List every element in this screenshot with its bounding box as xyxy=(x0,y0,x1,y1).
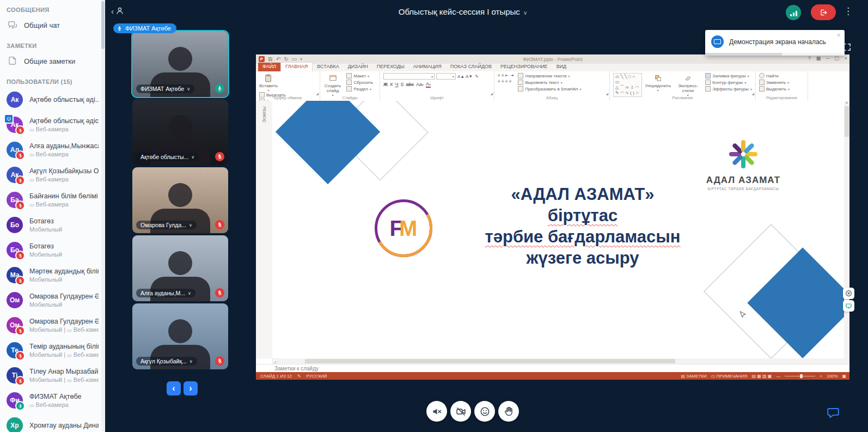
shape-fill-button[interactable]: Заливка фигуры▾ xyxy=(705,73,752,78)
dialog-launcher-icon[interactable]: ◢ xyxy=(316,92,319,95)
ppt-vertical-scrollbar[interactable]: ▲ xyxy=(844,101,849,358)
new-slide-button[interactable]: Создать слайд▾ xyxy=(323,73,342,97)
smartart-button[interactable]: Преобразовать в SmartArt▾ xyxy=(518,86,581,92)
dialog-launcher-icon[interactable]: ◢ xyxy=(490,92,493,95)
ppt-tab-2[interactable]: ВСТАВКА xyxy=(313,63,343,71)
connection-stats-button[interactable] xyxy=(786,5,801,20)
ppt-tab-7[interactable]: РЕЦЕНЗИРОВАНИЕ xyxy=(496,63,552,71)
quick-styles-button[interactable]: Экспресс-стили▾ xyxy=(676,73,700,97)
bold-button[interactable]: Ж xyxy=(383,82,388,87)
sidebar-scrollbar[interactable] xyxy=(101,0,105,431)
shadow-button[interactable]: S xyxy=(400,82,404,87)
user-list-item[interactable]: Ак Ақтөбе облыстық әдістем... ▭Веб-камер… xyxy=(0,112,105,137)
layout-button[interactable]: Макет▾ xyxy=(346,73,373,78)
arrange-button[interactable]: Упорядочить▾ xyxy=(645,73,670,92)
reactions-button[interactable] xyxy=(474,401,495,422)
view-buttons[interactable]: ▤ ▦ ▥ ▣ xyxy=(751,374,772,379)
zoom-in-button[interactable]: + xyxy=(820,374,822,379)
find-button[interactable]: Найти xyxy=(759,73,790,78)
select-button[interactable]: Выделить▾ xyxy=(759,86,790,92)
ppt-tab-5[interactable]: АНИМАЦИЯ xyxy=(409,63,446,71)
align-buttons[interactable]: ≡ ≡ ≡ ≡ xyxy=(498,79,514,84)
ppt-tab-4[interactable]: ПЕРЕХОДЫ xyxy=(372,63,409,71)
clear-format-icon[interactable]: ✎ xyxy=(475,74,479,79)
user-list-item[interactable]: Хр Хромтау ауданы Динара К. xyxy=(0,413,105,432)
font-name-combobox[interactable]: ▾ xyxy=(383,73,435,80)
user-list-item[interactable]: Ба Байғанин білім бөлімі Ам... ▭Веб-каме… xyxy=(0,187,105,212)
ppt-tab-0[interactable]: ФАЙЛ xyxy=(258,63,280,71)
tiles-prev-button[interactable]: ‹ xyxy=(167,381,181,396)
restore-button[interactable]: ▢ xyxy=(834,56,839,61)
align-text-button[interactable]: Выровнять текст▾ xyxy=(518,80,581,85)
font-size-combobox[interactable]: ▾ xyxy=(436,73,456,80)
kebab-menu-icon[interactable]: ⋮ xyxy=(843,5,853,17)
user-list-item[interactable]: Бо Ботагөз Мобильный xyxy=(0,212,105,238)
ppt-tab-8[interactable]: ВИД xyxy=(552,63,571,71)
speaker-mute-button[interactable] xyxy=(426,401,447,422)
text-direction-button[interactable]: Направление текста▾ xyxy=(518,73,581,78)
font-color-button[interactable]: A▾ xyxy=(426,81,431,88)
chat-launcher-button[interactable] xyxy=(824,404,841,421)
replace-button[interactable]: Заменить▾ xyxy=(759,80,790,85)
zoom-out-button[interactable]: — xyxy=(776,374,780,379)
change-case-button[interactable]: Aa▾ xyxy=(416,82,424,87)
underline-button[interactable]: Ч xyxy=(395,82,398,87)
user-list-item[interactable]: Фи ФИЗМАТ Ақтөбе ▭Веб-камера xyxy=(0,388,105,413)
raise-hand-button[interactable] xyxy=(498,401,519,422)
user-list-item[interactable]: Ті Тілеу Анар Мырзабайқызы Мобильный | ▭… xyxy=(0,363,105,388)
close-button[interactable]: × xyxy=(845,56,847,61)
ppt-tab-6[interactable]: ПОКАЗ СЛАЙДОВ xyxy=(446,63,496,71)
dialog-launcher-icon[interactable]: ◢ xyxy=(751,92,754,95)
overlay-webcam-button[interactable] xyxy=(843,300,854,312)
dialog-launcher-icon[interactable]: ◢ xyxy=(606,92,608,95)
reset-button[interactable]: Сбросить xyxy=(346,80,373,85)
overlay-close-button[interactable] xyxy=(843,288,854,299)
strikethrough-button[interactable]: abc xyxy=(406,82,414,87)
grow-shrink-font-buttons[interactable]: A▲ A▼ ✎ xyxy=(457,74,479,79)
ppt-notes-area[interactable]: Заметки к слайду xyxy=(256,364,849,372)
user-list-item[interactable]: Ал Алға ауданы,Мынжасаро... ▭Веб-камера xyxy=(0,137,105,162)
section-button[interactable]: Раздел▾ xyxy=(346,86,373,92)
slide-thumbnails-panel[interactable]: Эскизы xyxy=(256,101,273,358)
shapes-gallery[interactable]: ▭ ╲ ╲ □ ○ ▭△ ⌒ ⇨ ⇩ ◠✎ ◠ ∿ ( ) ☆ xyxy=(613,73,642,97)
list-buttons[interactable]: ≡ ≡ ⇤ ⇥ xyxy=(498,73,514,78)
ribbon-options-button[interactable]: ▦ xyxy=(816,56,821,61)
video-tile[interactable]: Ақгүл Қозыбайқ...∨ xyxy=(132,303,228,369)
shape-outline-button[interactable]: Контур фигуры▾ xyxy=(705,80,752,85)
paste-button[interactable]: Вставить▾ xyxy=(259,73,278,92)
comments-toggle[interactable]: ▭ ПРИМЕЧАНИЯ xyxy=(711,374,748,379)
italic-button[interactable]: К xyxy=(390,82,393,87)
toast-close-icon[interactable]: × xyxy=(836,31,841,39)
spellcheck-icon[interactable]: ✎ xyxy=(297,374,301,379)
user-list-item[interactable]: Те Темір ауданының білім бө... Мобильный… xyxy=(0,338,105,363)
tiles-next-button[interactable]: › xyxy=(184,381,198,396)
user-list-item[interactable]: Ом Омарова Гулдаурен Әйте... Мобильный |… xyxy=(0,313,105,338)
fit-slide-button[interactable]: ▣ xyxy=(842,374,846,379)
camera-toggle-button[interactable] xyxy=(450,401,471,422)
sidebar-item-general-chat[interactable]: Общий чат xyxy=(0,14,105,36)
sidebar-item-general-notes[interactable]: Общие заметки xyxy=(0,50,105,72)
user-list-item[interactable]: Ом Омарова Гулдаурен Әйте... Мобильный xyxy=(0,288,105,313)
help-button[interactable]: ? xyxy=(808,56,811,61)
user-list-item[interactable]: Мә Мәртөк аудандық білім бө... Мобильный xyxy=(0,263,105,288)
notes-toggle[interactable]: ▤ ЗАМЕТКИ xyxy=(681,374,707,379)
language-indicator[interactable]: РУССКИЙ xyxy=(307,374,327,379)
ppt-horizontal-scrollbar[interactable]: ◂ xyxy=(272,358,849,364)
video-tile[interactable]: Омарова Гулда...∨ xyxy=(132,167,228,233)
zoom-level[interactable]: 100% xyxy=(827,374,838,379)
video-tile[interactable]: ФИЗМАТ Ақтөбе∨ xyxy=(132,31,228,97)
shape-effects-button[interactable]: Эффекты фигуры▾ xyxy=(705,86,752,92)
video-tile[interactable]: Ақтөбе облысты...∨ xyxy=(132,99,228,165)
active-speaker-pill[interactable]: ФИЗМАТ Ақтөбе xyxy=(113,23,176,33)
meeting-title[interactable]: Облыстық кейс-сессия I отырыс∨ xyxy=(381,7,545,16)
leave-meeting-button[interactable] xyxy=(811,4,836,20)
minimize-button[interactable]: – xyxy=(826,56,829,61)
ppt-tab-1[interactable]: ГЛАВНАЯ xyxy=(280,62,313,71)
user-list-item[interactable]: Ак Ақтөбе облыстық әді...(Вы) xyxy=(0,87,105,112)
video-tile[interactable]: Алға ауданы,М...∨ xyxy=(132,235,228,301)
user-list-item[interactable]: Ақ Ақгүл Қозыбайқызы Ойы... ▭Веб-камера xyxy=(0,162,105,187)
collapse-rail-button[interactable]: ‹ xyxy=(111,6,125,16)
zoom-slider[interactable] xyxy=(785,376,815,376)
ppt-tab-3[interactable]: ДИЗАЙН xyxy=(344,63,372,71)
user-list-item[interactable]: Бо Ботагөз Мобильный xyxy=(0,238,105,263)
